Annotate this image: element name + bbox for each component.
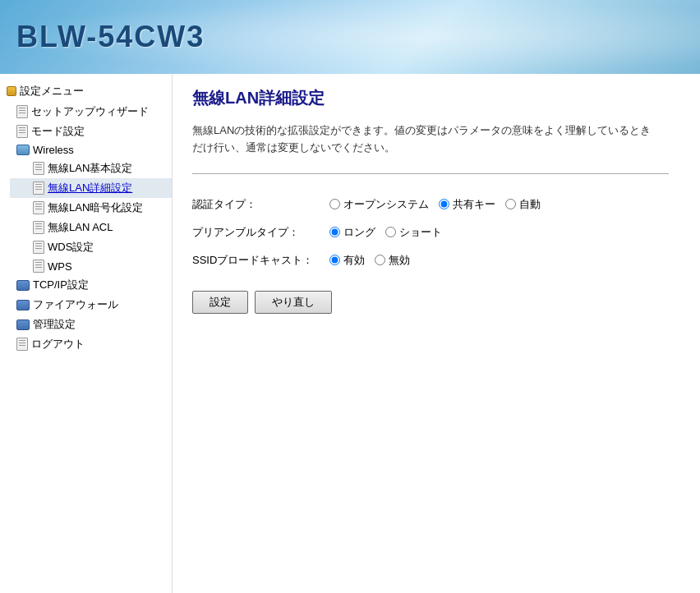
sidebar: 設定メニュー セットアップウィザード モード設定 Wireless 無線LAN基… bbox=[0, 74, 173, 593]
sidebar-item-label: モード設定 bbox=[31, 124, 85, 139]
doc-icon bbox=[33, 162, 44, 175]
sidebar-item-label: ファイアウォール bbox=[33, 297, 118, 312]
ssid-enable-option[interactable]: 有効 bbox=[329, 253, 365, 268]
doc-icon bbox=[16, 338, 28, 351]
doc-icon bbox=[16, 105, 28, 118]
doc-icon bbox=[33, 201, 44, 214]
preamble-long-radio[interactable] bbox=[329, 227, 340, 237]
ssid-controls: 有効 無効 bbox=[329, 246, 541, 274]
folder-open-icon bbox=[16, 145, 30, 155]
doc-icon bbox=[33, 221, 44, 234]
sidebar-item-label: 管理設定 bbox=[33, 317, 76, 332]
ssid-disable-option[interactable]: 無効 bbox=[375, 253, 410, 268]
preamble-label: プリアンブルタイプ： bbox=[192, 218, 329, 246]
ssid-enable-label: 有効 bbox=[343, 253, 365, 268]
main-layout: 設定メニュー セットアップウィザード モード設定 Wireless 無線LAN基… bbox=[0, 74, 700, 593]
auth-radio-group: オープンシステム 共有キー 自動 bbox=[329, 197, 541, 212]
ssid-disable-label: 無効 bbox=[389, 253, 410, 268]
doc-icon bbox=[16, 125, 28, 138]
sidebar-item-label: セットアップウィザード bbox=[31, 104, 149, 119]
sidebar-item-wireless-detail[interactable]: 無線LAN詳細設定 bbox=[10, 178, 172, 198]
sidebar-item-label: 無線LAN基本設定 bbox=[48, 161, 132, 176]
auth-type-row: 認証タイプ： オープンシステム 共有キー bbox=[192, 191, 541, 218]
ssid-broadcast-label: SSIDブロードキャスト： bbox=[192, 246, 329, 274]
sidebar-item-wireless-acl[interactable]: 無線LAN ACL bbox=[10, 218, 172, 237]
auth-shared-label: 共有キー bbox=[453, 197, 495, 212]
auth-auto-option[interactable]: 自動 bbox=[505, 197, 541, 212]
auth-open-option[interactable]: オープンシステム bbox=[329, 197, 429, 212]
auth-auto-radio[interactable] bbox=[505, 199, 516, 209]
preamble-long-option[interactable]: ロング bbox=[329, 225, 375, 240]
preamble-short-option[interactable]: ショート bbox=[385, 225, 442, 240]
preamble-radio-group: ロング ショート bbox=[329, 225, 541, 240]
sidebar-item-wireless-basic[interactable]: 無線LAN基本設定 bbox=[10, 159, 172, 178]
sidebar-item-management[interactable]: 管理設定 bbox=[0, 315, 172, 334]
settings-form: 認証タイプ： オープンシステム 共有キー bbox=[192, 191, 541, 274]
preamble-long-label: ロング bbox=[343, 225, 375, 240]
sidebar-item-firewall[interactable]: ファイアウォール bbox=[0, 295, 172, 315]
auth-shared-option[interactable]: 共有キー bbox=[439, 197, 495, 212]
sidebar-item-label: TCP/IP設定 bbox=[33, 278, 89, 292]
preamble-controls: ロング ショート bbox=[329, 218, 541, 246]
page-header: BLW-54CW3 bbox=[0, 0, 700, 74]
folder-blue-icon bbox=[16, 280, 30, 291]
wireless-sub-items: 無線LAN基本設定 無線LAN詳細設定 無線LAN暗号化設定 無線LAN ACL… bbox=[0, 159, 172, 275]
ssid-radio-group: 有効 無効 bbox=[329, 253, 541, 268]
submit-button[interactable]: 設定 bbox=[192, 291, 248, 314]
page-title: 無線LAN詳細設定 bbox=[192, 87, 680, 109]
sidebar-item-label: WPS bbox=[48, 260, 72, 273]
ssid-broadcast-row: SSIDブロードキャスト： 有効 無効 bbox=[192, 246, 541, 274]
sidebar-item-logout[interactable]: ログアウト bbox=[0, 334, 172, 354]
menu-folder-icon bbox=[7, 86, 16, 96]
sidebar-item-wireless[interactable]: Wireless bbox=[0, 141, 172, 159]
sidebar-item-setup-wizard[interactable]: セットアップウィザード bbox=[0, 102, 172, 122]
sidebar-item-wps[interactable]: WPS bbox=[10, 257, 172, 275]
auth-open-radio[interactable] bbox=[329, 199, 340, 209]
wireless-label: Wireless bbox=[33, 144, 74, 156]
sidebar-item-mode-setting[interactable]: モード設定 bbox=[0, 122, 172, 141]
auth-open-label: オープンシステム bbox=[343, 197, 429, 212]
sidebar-item-label: 無線LAN詳細設定 bbox=[48, 181, 132, 195]
sidebar-item-wireless-encrypt[interactable]: 無線LAN暗号化設定 bbox=[10, 198, 172, 218]
content-area: 無線LAN詳細設定 無線LANの技術的な拡張設定ができます。値の変更はパラメータ… bbox=[173, 74, 700, 593]
sidebar-item-label: ログアウト bbox=[31, 337, 85, 352]
button-row: 設定 やり直し bbox=[192, 291, 680, 314]
sidebar-menu-label: 設定メニュー bbox=[20, 84, 84, 99]
sidebar-item-label: 無線LAN暗号化設定 bbox=[48, 200, 143, 215]
preamble-row: プリアンブルタイプ： ロング ショート bbox=[192, 218, 541, 246]
auth-type-label: 認証タイプ： bbox=[192, 191, 329, 218]
auth-shared-radio[interactable] bbox=[439, 199, 449, 209]
sidebar-item-label: 無線LAN ACL bbox=[48, 220, 113, 235]
sidebar-menu-header: 設定メニュー bbox=[0, 80, 172, 102]
auth-type-controls: オープンシステム 共有キー 自動 bbox=[329, 191, 541, 218]
preamble-short-label: ショート bbox=[399, 225, 442, 240]
reset-button[interactable]: やり直し bbox=[255, 291, 332, 314]
doc-icon bbox=[33, 260, 44, 273]
brand-title: BLW-54CW3 bbox=[16, 20, 205, 54]
sidebar-item-tcpip[interactable]: TCP/IP設定 bbox=[0, 275, 172, 295]
sidebar-item-label: WDS設定 bbox=[48, 240, 94, 255]
page-description: 無線LANの技術的な拡張設定ができます。値の変更はパラメータの意味をよく理解して… bbox=[192, 122, 661, 157]
divider bbox=[192, 173, 669, 174]
sidebar-item-wds[interactable]: WDS設定 bbox=[10, 237, 172, 257]
preamble-short-radio[interactable] bbox=[385, 227, 396, 237]
doc-icon bbox=[33, 182, 44, 195]
auth-auto-label: 自動 bbox=[519, 197, 541, 212]
ssid-disable-radio[interactable] bbox=[375, 255, 385, 265]
doc-icon bbox=[33, 241, 44, 254]
folder-blue-icon bbox=[16, 319, 30, 330]
ssid-enable-radio[interactable] bbox=[329, 255, 340, 265]
folder-blue-icon bbox=[16, 300, 30, 310]
